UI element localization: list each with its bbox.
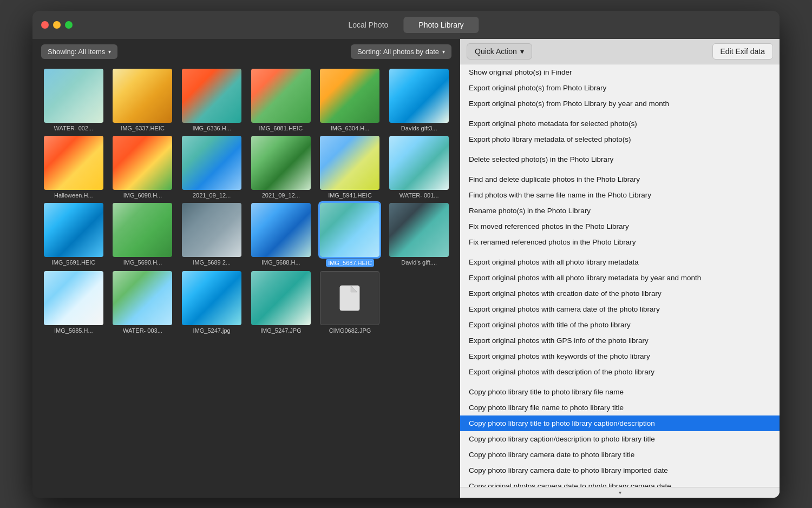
toolbar: Showing: All Items ▾ Sorting: All photos… (32, 39, 460, 64)
photo-filename: IMG_5685.H... (54, 327, 93, 334)
photo-filename: IMG_6304.H... (331, 125, 370, 131)
menu-item-copy-title-filename[interactable]: Copy photo library title to photo librar… (460, 384, 780, 400)
photo-thumbnail (320, 136, 379, 190)
menu-item-fix-moved[interactable]: Fix moved referenced photos in the Photo… (460, 219, 780, 234)
photo-thumbnail (113, 136, 172, 190)
photo-thumbnail (320, 69, 379, 123)
menu-item-copy-filename-title[interactable]: Copy photo library file name to photo li… (460, 400, 780, 415)
photo-thumbnail (113, 203, 172, 257)
list-item[interactable]: David's gift.... (387, 203, 451, 267)
photo-grid: WATER- 002... IMG_6337.HEIC IMG_6336.H..… (32, 64, 460, 498)
list-item[interactable]: IMG_5247.JPG (248, 271, 313, 334)
list-item[interactable]: IMG_5941.HEIC (318, 136, 383, 199)
menu-item-show-finder[interactable]: Show original photo(s) in Finder (460, 64, 780, 80)
photo-filename: IMG_6081.HEIC (259, 125, 303, 131)
titlebar: Local Photo Photo Library (32, 11, 780, 39)
list-item[interactable]: IMG_6081.HEIC (248, 69, 313, 131)
sorting-filter-label: Sorting: All photos by date (357, 48, 439, 56)
photo-thumbnail (389, 69, 449, 123)
list-item[interactable]: Halloween.H... (41, 136, 106, 199)
menu-item-export-orig[interactable]: Export original photo(s) from Photo Libr… (460, 80, 780, 96)
list-item[interactable]: WATER- 001... (387, 136, 451, 199)
content-area: Showing: All Items ▾ Sorting: All photos… (32, 39, 780, 498)
menu-item-copy-title-caption[interactable]: Copy photo library title to photo librar… (460, 415, 780, 431)
menu-item-export-meta[interactable]: Export original photo metadata for selec… (460, 116, 780, 131)
photo-thumbnail (251, 69, 311, 123)
photo-thumbnail (182, 203, 241, 257)
menu-item-export-all-meta[interactable]: Export original photos with all photo li… (460, 254, 780, 270)
photo-filename: David's gift.... (401, 259, 437, 266)
sorting-chevron-icon: ▾ (442, 49, 445, 55)
list-item[interactable]: IMG_6098.H... (110, 136, 175, 199)
menu-item-rename-photos[interactable]: Rename photo(s) in the Photo Library (460, 203, 780, 219)
menu-item-export-camera-date[interactable]: Export original photos with camera date … (460, 301, 780, 317)
menu-item-copy-camera-title[interactable]: Copy photo library camera date to photo … (460, 447, 780, 463)
close-button[interactable] (41, 21, 49, 29)
menu-item-copy-caption-title[interactable]: Copy photo library caption/description t… (460, 431, 780, 447)
menu-item-export-all-meta-year[interactable]: Export original photos with all photo li… (460, 270, 780, 286)
quick-action-label: Quick Action (475, 47, 517, 56)
right-header: Quick Action ▾ Edit Exif data (460, 39, 780, 64)
menu-item-delete-selected[interactable]: Delete selected photo(s) in the Photo Li… (460, 151, 780, 167)
menu-item-find-same-name[interactable]: Find photos with the same file name in t… (460, 187, 780, 203)
list-item[interactable]: IMG_5690.H... (110, 203, 175, 267)
photo-thumbnail (44, 136, 103, 190)
showing-chevron-icon: ▾ (108, 49, 111, 55)
list-item[interactable]: WATER- 003... (110, 271, 175, 334)
menu-item-export-lib-meta[interactable]: Export photo library metadata of selecte… (460, 131, 780, 147)
quick-action-button[interactable]: Quick Action ▾ (467, 43, 532, 60)
sorting-filter-button[interactable]: Sorting: All photos by date ▾ (351, 44, 451, 59)
photo-filename: IMG_5689 2... (193, 259, 231, 266)
edit-exif-button[interactable]: Edit Exif data (712, 43, 774, 60)
list-item[interactable]: IMG_5689 2... (179, 203, 244, 267)
menu-item-copy-camera-imported[interactable]: Copy photo library camera date to photo … (460, 463, 780, 478)
photo-filename: IMG_5688.H... (261, 259, 300, 266)
menu-item-export-keywords[interactable]: Export original photos with keywords of … (460, 348, 780, 364)
list-item[interactable]: WATER- 002... (41, 69, 106, 131)
photo-filename: CIMG0682.JPG (329, 327, 371, 334)
dropdown-menu: Show original photo(s) in Finder Export … (460, 64, 780, 487)
list-item[interactable]: CIMG0682.JPG (318, 271, 383, 334)
list-item[interactable]: IMG_5688.H... (248, 203, 313, 267)
photo-filename: WATER- 001... (400, 192, 439, 199)
tab-local-photo[interactable]: Local Photo (333, 17, 403, 33)
photo-thumbnail (389, 136, 449, 190)
list-item[interactable]: IMG_6304.H... (318, 69, 383, 131)
photo-thumbnail (44, 271, 103, 325)
showing-filter-button[interactable]: Showing: All Items ▾ (41, 44, 117, 59)
list-item[interactable]: IMG_5687.HEIC (318, 203, 383, 267)
menu-item-export-orig-year[interactable]: Export original photo(s) from Photo Libr… (460, 96, 780, 111)
photo-thumbnail (251, 271, 311, 325)
list-item[interactable]: IMG_6337.HEIC (110, 69, 175, 131)
photo-thumbnail (320, 203, 379, 257)
menu-item-export-desc[interactable]: Export original photos with description … (460, 364, 780, 380)
list-item[interactable]: IMG_5691.HEIC (41, 203, 106, 267)
traffic-lights (41, 21, 73, 29)
photo-filename: 2021_09_12... (193, 192, 231, 199)
menu-separator (460, 380, 780, 384)
photo-filename: IMG_5247.JPG (260, 327, 302, 334)
menu-item-copy-orig-camera[interactable]: Copy original photos camera date to phot… (460, 478, 780, 487)
photo-filename: IMG_5941.HEIC (328, 192, 372, 199)
menu-separator (460, 167, 780, 171)
list-item[interactable]: IMG_5247.jpg (179, 271, 244, 334)
menu-item-export-creation[interactable]: Export original photos with creation dat… (460, 286, 780, 301)
list-item[interactable]: 2021_09_12... (248, 136, 313, 199)
menu-item-find-delete-dup[interactable]: Find and delete duplicate photos in the … (460, 171, 780, 187)
fullscreen-button[interactable] (65, 21, 73, 29)
tab-photo-library[interactable]: Photo Library (403, 17, 479, 33)
menu-item-export-title[interactable]: Export original photos with title of the… (460, 317, 780, 333)
list-item[interactable]: IMG_5685.H... (41, 271, 106, 334)
menu-separator (460, 111, 780, 116)
menu-item-export-gps[interactable]: Export original photos with GPS info of … (460, 333, 780, 348)
list-item[interactable]: Davids gift3... (387, 69, 451, 131)
photo-filename: Halloween.H... (54, 192, 93, 199)
main-window: Local Photo Photo Library Showing: All I… (32, 11, 780, 498)
menu-item-fix-renamed[interactable]: Fix renamed referenced photos in the Pho… (460, 234, 780, 250)
quick-action-chevron-icon: ▾ (520, 47, 524, 56)
list-item[interactable]: 2021_09_12... (179, 136, 244, 199)
menu-separator (460, 147, 780, 151)
list-item[interactable]: IMG_6336.H... (179, 69, 244, 131)
photo-thumbnail (44, 203, 103, 257)
minimize-button[interactable] (53, 21, 61, 29)
